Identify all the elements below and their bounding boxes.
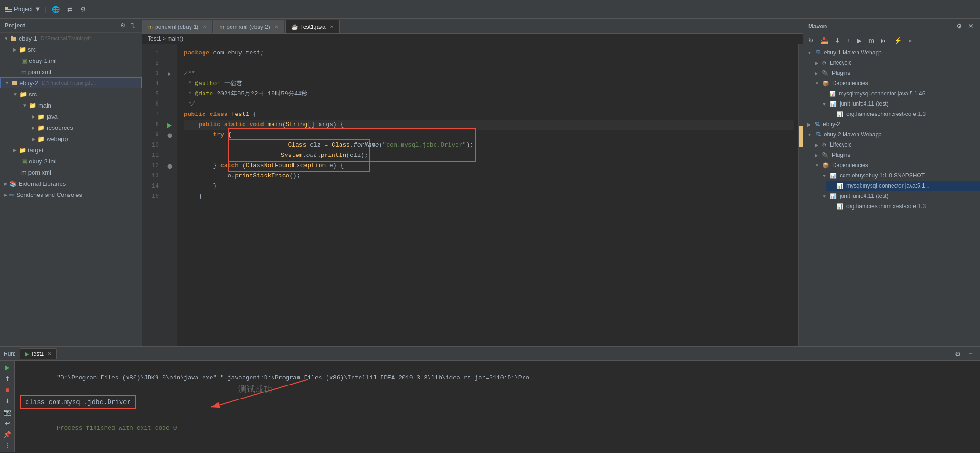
scratch-icon: ✏ <box>9 191 14 198</box>
fold-icon-3[interactable]: ▶ <box>168 71 171 77</box>
maven-lightning-btn[interactable]: ⚡ <box>892 36 904 45</box>
iml1-label: ebuy-1.iml <box>29 57 57 64</box>
dep-junit2-label: junit:junit:4.11 (test) <box>840 193 889 199</box>
run-btn[interactable]: ▶ <box>2 363 12 372</box>
line-num-6: 6 <box>142 99 163 109</box>
tab-pom2-icon: m <box>219 24 224 30</box>
project-menu[interactable]: Project ▼ <box>5 6 41 13</box>
maven-add-btn[interactable]: 📥 <box>818 36 830 45</box>
console-result-line: Process finished with exit code 0 <box>20 413 974 444</box>
line-num-12: 12 <box>142 161 163 171</box>
bottom-settings-btn[interactable]: ⚙ <box>953 349 963 358</box>
bottom-content-area: ▶ ⬆ ■ ⬇ 📷 ↩ 📌 ⋮ "D:\Program Files (x86)\… <box>0 361 980 452</box>
maven-lifecycle2[interactable]: ▶ ⚙ Lifecycle <box>811 140 980 150</box>
bp-slot-9[interactable]: ⬤ <box>167 133 172 138</box>
maven-skip-btn[interactable]: ⏭ <box>879 36 889 45</box>
line-num-14: 14 <box>142 181 163 191</box>
code-content[interactable]: package com.ebuy.test; /** * @author 一宿君… <box>177 44 803 346</box>
sidebar-item-src1[interactable]: ▶ 📁 src <box>9 44 142 55</box>
app-window: Project ▼ | 🌐 ⇄ ⚙ Project ⚙ ⇅ ▼ ebuy-1 D… <box>0 0 980 453</box>
maven-plugins2[interactable]: ▶ 🔌 Plugins <box>811 150 980 160</box>
line-num-4: 4 <box>142 79 163 89</box>
sidebar-item-src2[interactable]: ▼ 📁 src <box>9 88 142 100</box>
sidebar-item-iml2[interactable]: ▣ ebuy-2.iml <box>9 156 142 167</box>
stop-btn[interactable]: ■ <box>3 385 11 394</box>
sidebar-item-pom1[interactable]: m pom.xml <box>9 66 142 77</box>
split-button[interactable]: ⇄ <box>65 5 75 14</box>
sidebar-item-pom2[interactable]: m pom.xml <box>9 167 142 178</box>
svg-rect-4 <box>11 36 13 37</box>
maven-run-btn[interactable]: ▶ <box>855 36 864 45</box>
sidebar-item-ebuy2[interactable]: ▼ ebuy-2 D:\Practical Training\ft... <box>0 77 142 88</box>
tab-pom1-close[interactable]: ✕ <box>203 24 206 29</box>
maven-ebuy2[interactable]: ▶ 🏗 ebuy-2 <box>803 119 980 129</box>
run-badge: ▶ <box>25 351 29 357</box>
bp-slot-12[interactable]: ⬤ <box>167 163 172 169</box>
gear-button[interactable]: ⚙ <box>78 5 88 14</box>
maven-plugins1[interactable]: ▶ 🔌 Plugins <box>811 68 980 78</box>
bottom-tab-close[interactable]: ✕ <box>48 351 52 357</box>
sidebar-expand-btn[interactable]: ⇅ <box>129 21 137 29</box>
tab-pom2[interactable]: m pom.xml (ebuy-2) ✕ <box>213 20 284 33</box>
maven-dep-ebuy1-snap[interactable]: ▼ 📊 com.ebuy:ebuy-1:1.0-SNAPSHOT <box>818 170 980 181</box>
maven-download-btn[interactable]: ⬇ <box>833 36 842 45</box>
tab-pom1[interactable]: m pom.xml (ebuy-1) ✕ <box>142 20 212 33</box>
sidebar-gear-btn[interactable]: ⚙ <box>119 21 127 29</box>
maven-settings-btn[interactable]: ⚙ <box>954 21 964 31</box>
scratch-arrow: ▶ <box>4 192 7 197</box>
sidebar-item-resources[interactable]: ▶ 📁 resources <box>28 122 142 133</box>
bottom-hide-btn[interactable]: － <box>965 349 976 359</box>
gutter-8[interactable]: ▶ <box>167 120 172 130</box>
svg-rect-1 <box>5 9 12 10</box>
tab-test1[interactable]: ☕ Test1.java ✕ <box>285 20 340 33</box>
extlib-label: External Libraries <box>19 180 66 187</box>
maven-deps1[interactable]: ▼ 📦 Dependencies <box>811 78 980 88</box>
maven-dep-mysql2[interactable]: ▶ 📊 mysql:mysql-connector-java:5.1... <box>826 181 980 191</box>
scratch-label: Scratches and Consoles <box>16 191 82 198</box>
maven-ebuy2-webapp[interactable]: ▼ 🏗 ebuy-2 Maven Webapp <box>803 129 980 140</box>
globe-button[interactable]: 🌐 <box>50 5 61 14</box>
sidebar-title: Project <box>5 22 25 29</box>
ebuy1-path: D:\Practical Training\ft... <box>41 35 95 41</box>
maven-dep-mysql1[interactable]: ▶ 📊 mysql:mysql-connector-java:5.1.46 <box>818 88 980 99</box>
maven-deps2[interactable]: ▼ 📦 Dependencies <box>811 160 980 170</box>
java-label: java <box>47 113 58 120</box>
maven-dep-junit1[interactable]: ▼ 📊 junit:junit:4.11 (test) <box>818 99 980 109</box>
maven-dep-hamcrest2[interactable]: ▶ 📊 org.hamcrest:hamcrest-core:1.3 <box>826 201 980 211</box>
sidebar-item-external-libs[interactable]: ▶ 📚 External Libraries <box>0 178 142 189</box>
sidebar-item-webapp[interactable]: ▶ 📁 webapp <box>28 133 142 144</box>
sidebar-item-target[interactable]: ▶ 📁 target <box>9 144 142 156</box>
pl1-label: Plugins <box>832 70 850 76</box>
tab-test1-close[interactable]: ✕ <box>330 24 333 29</box>
breadcrumb-text: Test1 > main() <box>148 35 183 42</box>
tab-pom1-icon: m <box>148 24 153 30</box>
dep-snap-icon: 📊 <box>830 173 837 179</box>
sidebar-item-java[interactable]: ▶ 📁 java <box>28 111 142 122</box>
ebuy2-arrow: ▶ <box>807 122 811 127</box>
maven-dep-hamcrest1[interactable]: ▶ 📊 org.hamcrest:hamcrest-core:1.3 <box>826 109 980 119</box>
maven-collapse-btn[interactable]: ✕ <box>966 21 975 31</box>
maven-refresh-btn[interactable]: ↻ <box>806 36 816 45</box>
tab-pom2-close[interactable]: ✕ <box>274 24 278 29</box>
pl2-label: Plugins <box>832 152 850 158</box>
maven-plus-btn[interactable]: + <box>845 36 852 45</box>
run-icon-8[interactable]: ▶ <box>167 122 172 128</box>
sidebar-item-main[interactable]: ▼ 📁 main <box>19 100 142 111</box>
maven-ebuy1-webapp[interactable]: ▼ 🏗 ebuy-1 Maven Webapp <box>803 47 980 58</box>
maven-dep-junit2[interactable]: ▼ 📊 junit:junit:4.11 (test) <box>818 191 980 201</box>
pin-btn[interactable]: 📌 <box>1 430 14 439</box>
bottom-tab-test1[interactable]: ▶ Test1 ✕ <box>20 348 56 359</box>
sidebar-item-ebuy1[interactable]: ▼ ebuy-1 D:\Practical Training\ft... <box>0 33 142 44</box>
screenshot-btn[interactable]: 📷 <box>1 407 14 417</box>
junit1-arrow: ▼ <box>822 101 827 107</box>
lc1-icon: ⚙ <box>822 60 827 66</box>
sidebar-item-iml1[interactable]: ▣ ebuy-1.iml <box>9 55 142 66</box>
maven-lifecycle1[interactable]: ▶ ⚙ Lifecycle <box>811 58 980 68</box>
more-bottom-btn[interactable]: ⋮ <box>2 441 13 450</box>
rerun-up-btn[interactable]: ⬆ <box>2 374 13 383</box>
sidebar-item-scratches[interactable]: ▶ ✏ Scratches and Consoles <box>0 189 142 200</box>
wrap-btn[interactable]: ↩ <box>2 419 13 428</box>
maven-more-btn[interactable]: » <box>906 36 914 45</box>
down-btn[interactable]: ⬇ <box>2 396 13 406</box>
maven-m-btn[interactable]: m <box>867 36 876 45</box>
